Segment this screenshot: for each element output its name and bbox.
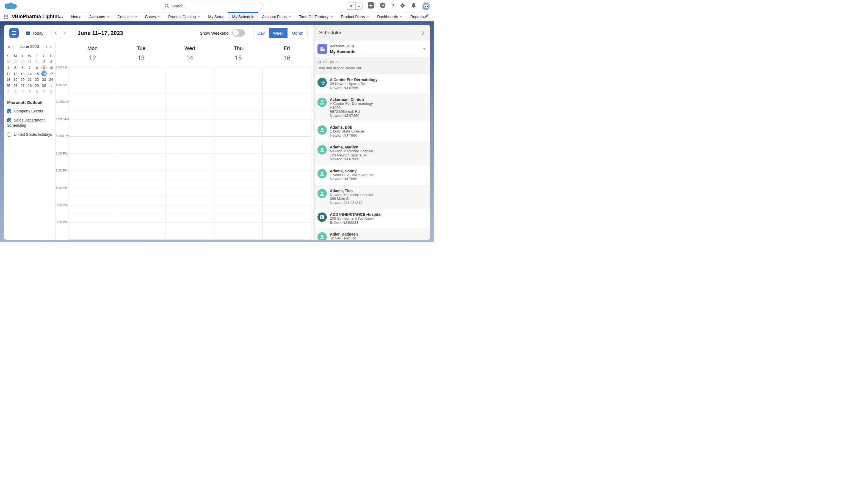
account-list-item[interactable]: Adams, Marilyn Newton Memorial Hospital1… (315, 141, 430, 165)
mini-calendar-date[interactable]: 13 (20, 71, 25, 77)
mini-calendar-date[interactable]: 11 (5, 71, 11, 77)
mini-calendar-date[interactable]: 22 (34, 77, 39, 83)
chevron-down-icon[interactable] (134, 16, 137, 18)
chevron-down-icon[interactable] (400, 16, 403, 18)
calendar-checkbox-item[interactable]: Company Events (7, 109, 52, 114)
favorites-split-button[interactable]: ★ (347, 2, 363, 10)
account-list-item[interactable]: Ackerman, Clinton A Center For Dermatolo… (315, 94, 430, 121)
view-button[interactable]: Month (287, 28, 307, 38)
mini-calendar-date[interactable]: 12 (13, 71, 18, 77)
account-list-item[interactable]: Adams, Bob 1 Only State LicenseNewton NJ… (315, 121, 430, 141)
user-avatar[interactable] (422, 2, 430, 10)
mini-calendar-date[interactable]: 2 (41, 59, 47, 65)
setup-gear-icon[interactable] (400, 2, 406, 10)
nav-tab[interactable]: More (432, 12, 434, 21)
checkbox-icon[interactable] (7, 109, 11, 113)
selector-dropdown-icon[interactable] (423, 48, 426, 50)
mini-calendar-date[interactable]: 31 (27, 59, 32, 65)
checkbox-icon[interactable] (7, 118, 11, 122)
mini-calendar-date[interactable]: 21 (27, 77, 32, 83)
mini-calendar-date[interactable]: 28 (5, 59, 11, 65)
next-year-icon[interactable]: » (49, 44, 53, 49)
day-column[interactable] (214, 68, 262, 240)
day-header[interactable]: Thu 15 (214, 41, 262, 68)
calendar-checkbox-item[interactable]: United States holidays (7, 132, 52, 137)
next-month-icon[interactable]: › (45, 44, 49, 49)
salesforce-cloud-logo[interactable] (4, 1, 19, 11)
search-input[interactable] (162, 2, 263, 10)
mini-calendar-date[interactable]: 15 (34, 71, 39, 77)
nav-tab[interactable]: Product Plans (337, 12, 373, 21)
previous-week-button[interactable] (51, 28, 60, 38)
previous-month-icon[interactable]: ‹ (11, 44, 14, 49)
nav-tab[interactable]: Accounts (85, 12, 114, 21)
favorites-star-icon[interactable]: ★ (347, 2, 356, 9)
chevron-down-icon[interactable] (367, 16, 369, 18)
mini-calendar-date[interactable]: 29 (13, 59, 18, 65)
previous-year-icon[interactable]: « (7, 44, 11, 49)
mini-calendar-date[interactable]: 6 (34, 89, 39, 94)
mini-calendar-date[interactable]: 10 (49, 65, 54, 71)
nav-tab[interactable]: Contacts (114, 12, 141, 21)
mini-calendar-date[interactable]: 30 (20, 59, 25, 65)
mini-calendar-date[interactable]: 30 (41, 83, 47, 89)
quick-add-icon[interactable] (368, 2, 374, 10)
favorites-dropdown-icon[interactable] (356, 4, 362, 8)
mini-calendar-date[interactable]: 1 (34, 59, 39, 65)
day-header[interactable]: Mon 12 (68, 41, 117, 68)
mini-calendar-date[interactable]: 4 (20, 89, 25, 94)
nav-tab[interactable]: Time Off Territory (295, 12, 337, 21)
next-week-button[interactable] (60, 28, 69, 38)
mini-calendar-date[interactable]: 28 (27, 83, 32, 89)
account-list-item[interactable]: Adams, Sonny 1 Valid DEA, Valid RegularN… (315, 165, 430, 185)
mini-calendar-date[interactable]: 14 (27, 71, 32, 77)
calendar-checkbox-item[interactable]: Sales Department Scheduling (7, 118, 52, 128)
nav-tab[interactable]: Cases (141, 12, 164, 21)
mini-calendar-date[interactable]: 23 (41, 77, 47, 83)
mini-calendar-date[interactable]: 19 (13, 77, 18, 83)
calendar-menu-button[interactable] (9, 28, 19, 38)
mini-calendar-date[interactable]: 8 (49, 89, 54, 94)
mini-calendar-date[interactable]: 9 (41, 65, 47, 71)
mini-calendar-date[interactable]: 18 (5, 77, 11, 83)
mini-calendar-date[interactable]: 20 (20, 77, 25, 83)
show-weekend-toggle[interactable] (232, 29, 245, 36)
mini-calendar-date[interactable]: 2 (5, 89, 11, 94)
day-header[interactable]: Tue 13 (117, 41, 165, 68)
nav-tab[interactable]: Product Catalog (164, 12, 204, 21)
account-list-item[interactable]: Adler, Kathleen 42 Van Horn Rd (315, 229, 430, 240)
mini-calendar-date[interactable]: 27 (20, 83, 25, 89)
help-icon[interactable]: ? (392, 3, 395, 9)
edit-navigation-pencil-icon[interactable] (424, 14, 429, 20)
mini-calendar-date[interactable]: 1 (49, 83, 54, 89)
mini-calendar-date[interactable]: 7 (41, 89, 47, 94)
account-list-selector[interactable]: Accounts (910) My Accounts (315, 41, 430, 57)
day-column[interactable] (117, 68, 165, 240)
mini-calendar-date[interactable]: 24 (49, 77, 54, 83)
day-column[interactable] (68, 68, 117, 240)
mini-calendar-date[interactable]: 17 (49, 71, 54, 77)
view-button[interactable]: Day (253, 28, 269, 38)
nav-tab[interactable]: My Setup (204, 12, 228, 21)
mini-calendar-date[interactable]: 3 (13, 89, 18, 94)
nav-tab[interactable]: Dashboards (373, 12, 406, 21)
app-launcher-icon[interactable] (4, 14, 8, 19)
mini-calendar-date[interactable]: 4 (5, 65, 11, 71)
account-list-item[interactable]: Adams, Tina Newton Memorial Hospital396 … (315, 185, 430, 209)
day-header[interactable]: Wed 14 (165, 41, 214, 68)
mini-calendar-date[interactable]: 29 (34, 83, 39, 89)
collapse-panel-chevron-icon[interactable] (422, 31, 425, 35)
day-header[interactable]: Fri 16 (262, 41, 311, 68)
mini-calendar-date[interactable]: 6 (20, 65, 25, 71)
guidance-center-icon[interactable] (379, 2, 386, 10)
mini-calendar-date[interactable]: 7 (27, 65, 32, 71)
chevron-down-icon[interactable] (158, 16, 160, 18)
chevron-down-icon[interactable] (107, 16, 110, 18)
day-column[interactable] (262, 68, 311, 240)
view-button[interactable]: Week (269, 28, 287, 38)
mini-calendar-date[interactable]: 8 (34, 65, 39, 71)
chevron-down-icon[interactable] (288, 16, 291, 18)
day-column[interactable] (165, 68, 214, 240)
app-name[interactable]: vBioPharma Lightni... (12, 14, 63, 20)
nav-tab[interactable]: My Schedule (228, 12, 258, 21)
